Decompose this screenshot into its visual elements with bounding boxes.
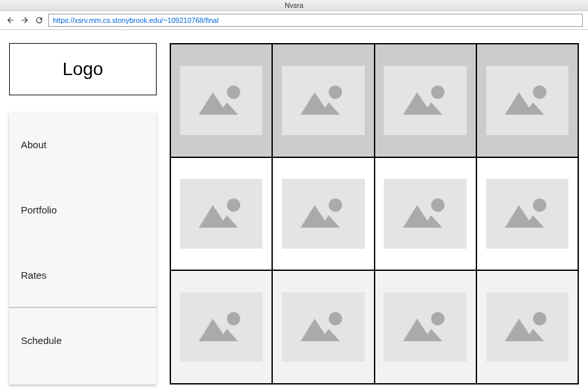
grid-cell[interactable] xyxy=(272,44,374,157)
image-icon xyxy=(295,304,351,351)
nav-item-rates[interactable]: Rates xyxy=(9,243,157,308)
nav-list: About Portfolio Rates Schedule xyxy=(9,112,157,384)
image-icon xyxy=(295,77,351,124)
grid-cell[interactable] xyxy=(476,44,578,157)
svg-point-5 xyxy=(329,198,343,212)
image-placeholder xyxy=(486,66,568,135)
image-placeholder xyxy=(486,179,568,248)
image-icon xyxy=(193,304,249,351)
image-placeholder xyxy=(180,179,262,248)
nav-item-about[interactable]: About xyxy=(9,112,157,178)
nav-item-portfolio[interactable]: Portfolio xyxy=(9,178,157,243)
image-icon xyxy=(397,190,454,237)
image-grid xyxy=(170,43,579,384)
logo: Logo xyxy=(9,43,157,95)
refresh-button[interactable] xyxy=(34,15,44,25)
svg-point-11 xyxy=(533,312,546,326)
svg-point-6 xyxy=(431,198,444,212)
image-icon xyxy=(397,77,454,124)
grid-cell[interactable] xyxy=(272,157,374,271)
nav-item-schedule[interactable]: Schedule xyxy=(9,308,157,373)
grid-cell[interactable] xyxy=(476,157,578,271)
svg-point-1 xyxy=(329,86,343,99)
svg-point-4 xyxy=(227,198,241,212)
grid-cell[interactable] xyxy=(272,270,374,384)
back-button[interactable] xyxy=(5,15,16,25)
forward-button[interactable] xyxy=(20,15,30,25)
svg-point-2 xyxy=(431,86,444,99)
grid-cell[interactable] xyxy=(170,270,272,384)
image-icon xyxy=(499,190,555,237)
image-placeholder xyxy=(282,179,364,248)
image-icon xyxy=(193,190,249,237)
svg-point-7 xyxy=(533,198,546,212)
grid-cell[interactable] xyxy=(375,44,476,157)
image-icon xyxy=(295,190,351,237)
image-placeholder xyxy=(180,292,262,362)
image-icon xyxy=(193,77,249,124)
url-input[interactable] xyxy=(48,14,583,27)
image-icon xyxy=(499,304,555,351)
svg-point-0 xyxy=(227,86,241,99)
svg-point-10 xyxy=(431,312,444,326)
image-placeholder xyxy=(384,66,466,135)
arrow-left-icon xyxy=(6,16,15,25)
grid-cell[interactable] xyxy=(375,270,476,384)
image-placeholder xyxy=(282,66,364,135)
svg-point-9 xyxy=(329,312,343,326)
grid-cell[interactable] xyxy=(375,157,476,271)
image-placeholder xyxy=(384,179,466,248)
image-icon xyxy=(499,77,555,124)
grid-cell[interactable] xyxy=(170,44,272,157)
image-placeholder xyxy=(180,66,262,135)
arrow-right-icon xyxy=(20,16,29,25)
svg-point-3 xyxy=(533,86,546,99)
image-placeholder xyxy=(282,292,364,362)
svg-point-8 xyxy=(227,312,241,326)
browser-toolbar xyxy=(0,11,588,30)
window-title: Nvsra xyxy=(0,0,588,11)
sidebar: Logo About Portfolio Rates Schedule xyxy=(9,43,157,384)
grid-cell[interactable] xyxy=(170,157,272,271)
page-content: Logo About Portfolio Rates Schedule xyxy=(0,30,588,391)
refresh-icon xyxy=(35,16,44,25)
image-icon xyxy=(397,304,454,351)
image-placeholder xyxy=(384,292,466,362)
grid-cell[interactable] xyxy=(476,270,578,384)
image-placeholder xyxy=(486,292,568,362)
